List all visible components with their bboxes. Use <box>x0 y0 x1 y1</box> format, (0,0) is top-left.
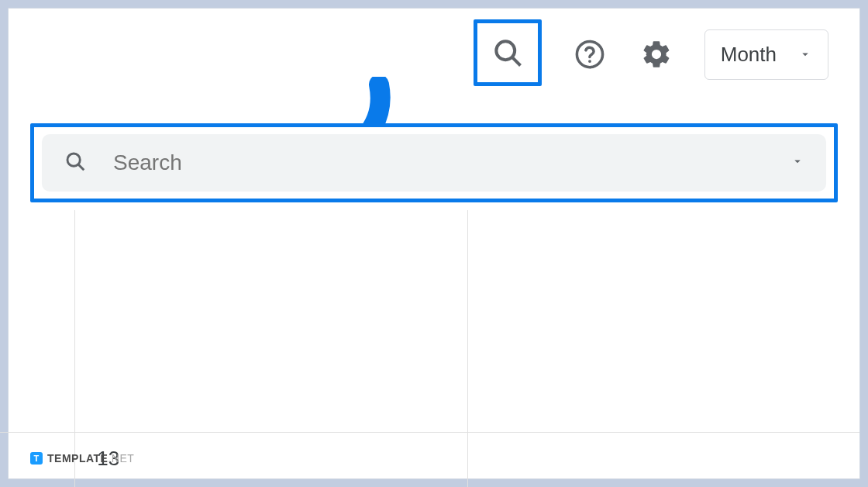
svg-point-3 <box>588 60 591 63</box>
calendar-row <box>0 210 859 432</box>
calendar-grid: 12 13 <box>0 210 859 478</box>
search-icon <box>491 36 525 70</box>
search-options-button[interactable] <box>790 154 804 171</box>
search-bar[interactable] <box>42 134 826 192</box>
settings-button[interactable] <box>638 36 675 73</box>
watermark-brand: TEMPLATE <box>47 452 108 465</box>
calendar-cell[interactable] <box>75 210 467 432</box>
svg-point-4 <box>67 154 80 166</box>
help-button[interactable] <box>571 36 608 73</box>
calendar-cell[interactable] <box>468 210 859 432</box>
top-toolbar: Month <box>474 22 828 86</box>
search-input[interactable] <box>113 150 764 175</box>
search-icon-highlight <box>474 19 542 86</box>
view-selector[interactable]: Month <box>704 29 828 80</box>
help-icon <box>574 38 606 71</box>
svg-line-5 <box>78 164 84 170</box>
calendar-cell[interactable] <box>468 433 859 487</box>
svg-point-0 <box>496 41 515 60</box>
search-button[interactable] <box>489 34 526 71</box>
svg-line-1 <box>512 57 520 65</box>
calendar-cell[interactable] <box>0 210 75 432</box>
search-bar-highlight <box>30 123 838 202</box>
watermark-tld: .NET <box>108 452 134 465</box>
watermark: T TEMPLATE.NET <box>30 452 134 465</box>
gear-icon <box>640 38 673 71</box>
chevron-down-icon <box>790 154 804 168</box>
search-icon <box>64 150 87 176</box>
chevron-down-icon <box>798 43 812 67</box>
app-frame: Month <box>8 8 860 479</box>
view-selector-label: Month <box>721 43 777 67</box>
watermark-logo: T <box>30 452 43 465</box>
